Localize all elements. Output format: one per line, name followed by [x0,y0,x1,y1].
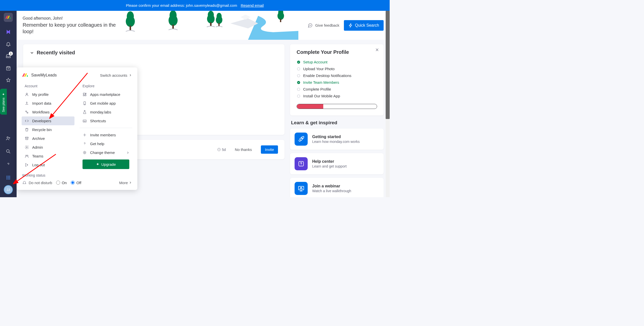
svg-point-31 [297,67,300,70]
no-thanks-button[interactable]: No thanks [235,147,252,152]
profile-step-enable-desktop-notifications[interactable]: Enable Desktop Notifications [297,72,377,79]
nav-favorites[interactable] [3,75,14,86]
give-feedback-button[interactable]: Give feedback [308,23,339,28]
circle-icon [297,87,301,91]
upgrade-button[interactable]: ✦ Upgrade [83,159,129,169]
svg-point-24 [216,16,222,24]
nav-mywork[interactable] [3,63,14,74]
question-icon [83,142,87,146]
dnd-more-button[interactable]: More [119,181,132,185]
svg-rect-28 [280,19,281,22]
profile-step-install-our-mobile-app[interactable]: Install Our Mobile App [297,93,377,99]
email-confirm-banner: Please confirm your email address: john.… [0,0,390,11]
menu-item-my-profile[interactable]: My profile [22,90,74,99]
svg-point-15 [126,16,135,27]
user-avatar[interactable]: JJ [4,185,13,194]
nav-search[interactable] [3,146,14,157]
see-plans-label: See plans [2,98,5,112]
svg-point-6 [9,176,10,177]
dnd-off-radio[interactable]: Off [71,181,81,185]
quick-search-button[interactable]: Quick Search [344,20,384,31]
puzzle-icon [83,92,87,97]
menu-item-get-mobile-app[interactable]: Get mobile app [79,99,132,108]
sparkle-icon: ✦ [96,162,99,167]
menu-item-teams[interactable]: Teams [22,152,74,160]
org-switcher[interactable]: SaveMyLeads [22,72,57,78]
see-plans-tab[interactable]: See plans ✦ [0,89,7,115]
webinar-icon [295,182,308,195]
menu-item-log-out[interactable]: Log out [22,160,74,169]
svg-rect-19 [172,25,174,29]
brightness-icon [83,150,87,155]
monday-logo[interactable] [4,13,13,22]
invite-button[interactable]: Invite [261,145,278,154]
menu-item-invite-members[interactable]: Invite members [79,131,132,139]
svg-rect-16 [130,26,131,31]
svg-point-0 [10,18,11,19]
svg-point-12 [9,179,10,180]
menu-item-get-help[interactable]: Get help [79,139,132,148]
menu-item-recycle-bin[interactable]: Recycle bin [22,125,74,134]
nav-workspaces[interactable] [3,26,14,37]
svg-point-4 [7,176,8,177]
nav-apps[interactable] [3,172,14,183]
dnd-label: Do not disturb [22,180,52,185]
svg-point-3 [7,150,9,152]
switch-accounts-button[interactable]: Switch accounts [100,73,132,77]
upgrade-label: Upgrade [101,162,116,167]
profile-progress-bar [297,104,377,109]
archive-icon [25,136,29,141]
nav-help[interactable] [3,159,14,170]
nav-notifications[interactable] [3,38,14,50]
calendar-icon [6,65,11,71]
svg-point-36 [302,138,303,139]
keyboard-icon [83,119,87,123]
learn-item-getting-started[interactable]: Getting startedLearn how monday.com work… [290,129,384,150]
svg-point-27 [277,12,284,20]
vertical-scrollbar[interactable] [386,11,390,197]
svg-point-18 [169,15,178,26]
switch-accounts-label: Switch accounts [100,73,127,77]
svg-point-9 [9,177,10,178]
chevron-down-icon [30,51,34,55]
close-profile-card[interactable] [375,48,379,52]
feedback-label: Give feedback [315,23,339,27]
menu-item-import-data[interactable]: Import data [22,99,74,108]
menu-item-admin[interactable]: Admin [22,143,74,152]
account-section-label: Account [22,82,74,90]
svg-point-11 [8,179,9,180]
svg-point-47 [27,155,28,156]
working-status-label: Working status [22,173,132,177]
teams-icon [25,154,29,158]
trash-icon [25,128,29,132]
menu-item-monday.labs[interactable]: monday.labs [79,108,132,116]
profile-step-complete-profile[interactable]: Complete Profile [297,86,377,93]
menu-item-shortcuts[interactable]: Shortcuts [79,116,132,125]
menu-item-change-theme[interactable]: Change theme [79,148,132,157]
flask-icon [83,110,87,114]
menu-item-workflows[interactable]: Workflows [22,108,74,116]
nav-invite[interactable] [3,133,14,144]
nav-inbox[interactable]: 1 [3,51,14,62]
recently-visited-title[interactable]: Recently visited [30,50,278,56]
menu-item-apps-marketplace[interactable]: Apps marketplace [79,90,132,99]
progress-fill [297,104,323,109]
learn-item-help-center[interactable]: Help centerLearn and get support [290,153,384,174]
resend-email-link[interactable]: Resend email [241,3,264,8]
profile-step-invite-team-members[interactable]: Invite Team Members [297,79,377,86]
inbox-badge: 1 [9,52,13,56]
svg-point-21 [207,14,215,23]
profile-step-upload-your-photo[interactable]: Upload Your Photo [297,65,377,72]
recently-title-text: Recently visited [37,50,75,56]
svg-point-2 [7,137,9,138]
dnd-on-radio[interactable]: On [56,181,67,185]
invite-card-time: 5d [217,148,226,152]
automation-icon [25,110,29,114]
circle-icon [297,67,301,71]
page-header: Good afternoon, John! Remember to keep y… [17,11,390,40]
menu-item-developers[interactable]: Developers [22,116,74,125]
learn-item-join-a-webinar[interactable]: Join a webinarWatch a live walkthrough [290,178,384,197]
scrollbar-thumb[interactable] [386,11,390,119]
menu-item-archive[interactable]: Archive [22,134,74,143]
profile-step-setup-account[interactable]: Setup Account [297,59,377,65]
